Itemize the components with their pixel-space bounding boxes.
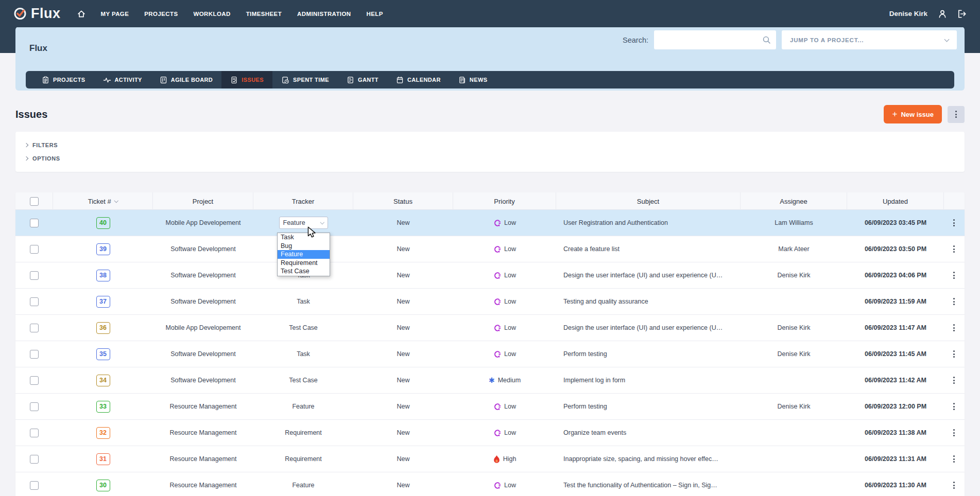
column-header-priority[interactable]: Priority xyxy=(453,192,556,210)
ticket-badge[interactable]: 38 xyxy=(96,270,110,281)
row-kebab-menu-button[interactable] xyxy=(944,420,964,446)
row-checkbox[interactable] xyxy=(30,402,39,411)
ticket-badge[interactable]: 39 xyxy=(96,243,110,255)
subject-cell[interactable]: Design the user interface (UI) and user … xyxy=(556,262,741,288)
row-kebab-menu-button[interactable] xyxy=(944,262,964,288)
subject-cell[interactable]: Perform testing xyxy=(556,341,741,367)
row-kebab-menu-button[interactable] xyxy=(944,367,964,393)
tab-issues[interactable]: ISSUES xyxy=(221,71,272,88)
ticket-badge[interactable]: 37 xyxy=(96,296,110,308)
home-icon[interactable] xyxy=(77,10,85,18)
ticket-badge[interactable]: 30 xyxy=(96,480,110,491)
assignee-cell: Lam Williams xyxy=(741,210,847,236)
row-kebab-menu-button[interactable] xyxy=(944,210,964,236)
row-checkbox[interactable] xyxy=(30,245,39,254)
subject-cell[interactable]: Create a feature list xyxy=(556,236,741,262)
column-header-actions xyxy=(944,192,964,210)
column-header-project[interactable]: Project xyxy=(153,192,253,210)
column-header-ticket[interactable]: Ticket # xyxy=(53,192,153,210)
tab-spent-time[interactable]: SPENT TIME xyxy=(272,71,338,88)
search-box[interactable] xyxy=(654,30,776,49)
nav-item-projects[interactable]: PROJECTS xyxy=(144,11,178,17)
select-all-checkbox[interactable] xyxy=(30,197,39,206)
row-kebab-menu-button[interactable] xyxy=(944,289,964,314)
dropdown-option-feature[interactable]: Feature xyxy=(278,250,330,259)
jump-to-project-select[interactable]: JUMP TO A PROJECT... xyxy=(782,30,957,49)
kebab-icon xyxy=(953,324,955,331)
nav-item-timesheet[interactable]: TIMESHEET xyxy=(246,11,282,17)
row-kebab-menu-button[interactable] xyxy=(944,472,964,496)
column-header-status[interactable]: Status xyxy=(353,192,453,210)
ticket-badge[interactable]: 31 xyxy=(96,453,110,465)
column-header-tracker[interactable]: Tracker xyxy=(253,192,353,210)
dropdown-option-task[interactable]: Task xyxy=(278,233,330,242)
nav-item-help[interactable]: HELP xyxy=(367,11,383,17)
jump-to-project-placeholder: JUMP TO A PROJECT... xyxy=(790,37,864,43)
subject-cell[interactable]: Organize team events xyxy=(556,420,741,446)
row-checkbox[interactable] xyxy=(30,350,39,359)
ticket-badge[interactable]: 40 xyxy=(96,217,110,229)
ticket-badge[interactable]: 35 xyxy=(96,348,110,360)
search-input[interactable] xyxy=(659,36,762,44)
row-checkbox[interactable] xyxy=(30,429,39,437)
priority-cell: Low xyxy=(453,394,556,419)
row-kebab-menu-button[interactable] xyxy=(944,315,964,341)
nav-item-workload[interactable]: WORKLOAD xyxy=(193,11,230,17)
row-checkbox[interactable] xyxy=(30,271,39,280)
tab-agile-board[interactable]: AGILE BOARD xyxy=(151,71,221,88)
column-header-assignee[interactable]: Assignee xyxy=(741,192,847,210)
subject-cell[interactable]: Implement log in form xyxy=(556,367,741,393)
column-header-updated[interactable]: Updated xyxy=(847,192,944,210)
row-kebab-menu-button[interactable] xyxy=(944,394,964,419)
tab-news-label: NEWS xyxy=(470,77,488,83)
current-user-name[interactable]: Denise Kirk xyxy=(889,10,927,17)
subject-cell[interactable]: User Registration and Authentication xyxy=(556,210,741,236)
tab-activity[interactable]: ACTIVITY xyxy=(94,71,151,88)
dropdown-option-requirement[interactable]: Requirement xyxy=(278,259,330,268)
logout-icon[interactable] xyxy=(957,9,967,19)
ticket-badge[interactable]: 33 xyxy=(96,401,110,413)
subject-cell[interactable]: Inappropriate size, spacing, and missing… xyxy=(556,446,741,472)
ticket-badge[interactable]: 32 xyxy=(96,427,110,439)
row-kebab-menu-button[interactable] xyxy=(944,341,964,367)
row-kebab-menu-button[interactable] xyxy=(944,446,964,472)
kebab-icon xyxy=(953,403,955,410)
ticket-badge[interactable]: 34 xyxy=(96,375,110,386)
row-checkbox[interactable] xyxy=(30,455,39,464)
nav-item-my-page[interactable]: MY PAGE xyxy=(101,11,129,17)
subject-cell[interactable]: Test the functionality of Authentication… xyxy=(556,472,741,496)
dropdown-option-test-case[interactable]: Test Case xyxy=(278,267,330,276)
tab-news[interactable]: NEWS xyxy=(450,71,496,88)
tab-calendar[interactable]: CALENDAR xyxy=(387,71,450,88)
new-issue-button[interactable]: + New issue xyxy=(884,105,942,123)
column-header-subject[interactable]: Subject xyxy=(556,192,741,210)
row-checkbox[interactable] xyxy=(30,481,39,490)
page-kebab-menu-button[interactable] xyxy=(948,106,965,123)
ticket-badge[interactable]: 36 xyxy=(96,322,110,334)
tracker-select[interactable]: Feature xyxy=(279,217,328,229)
plus-icon: + xyxy=(892,109,897,119)
subject-cell[interactable]: Testing and quality assurance xyxy=(556,289,741,314)
options-collapser[interactable]: OPTIONS xyxy=(25,152,955,165)
nav-item-administration[interactable]: ADMINISTRATION xyxy=(297,11,351,17)
tracker-cell: Test Case xyxy=(253,367,353,393)
filters-collapser[interactable]: FILTERS xyxy=(25,138,955,152)
row-checkbox[interactable] xyxy=(30,219,39,227)
row-checkbox-cell xyxy=(15,262,53,288)
flux-logo[interactable]: Flux xyxy=(13,6,61,22)
row-kebab-menu-button[interactable] xyxy=(944,236,964,262)
search-icon[interactable] xyxy=(762,36,771,44)
tab-gantt[interactable]: GANTT xyxy=(338,71,387,88)
row-checkbox[interactable] xyxy=(30,376,39,385)
row-checkbox-cell xyxy=(15,394,53,419)
tab-calendar-label: CALENDAR xyxy=(407,77,441,83)
subject-cell[interactable]: Design the user interface (UI) and user … xyxy=(556,315,741,341)
dropdown-option-bug[interactable]: Bug xyxy=(278,242,330,251)
low-priority-icon xyxy=(493,324,501,332)
updated-cell: 06/09/2023 11:45 AM xyxy=(847,341,944,367)
row-checkbox[interactable] xyxy=(30,324,39,332)
subject-cell[interactable]: Perform testing xyxy=(556,394,741,419)
user-icon[interactable] xyxy=(938,9,947,19)
tab-projects[interactable]: PROJECTS xyxy=(33,71,94,88)
row-checkbox[interactable] xyxy=(30,297,39,306)
